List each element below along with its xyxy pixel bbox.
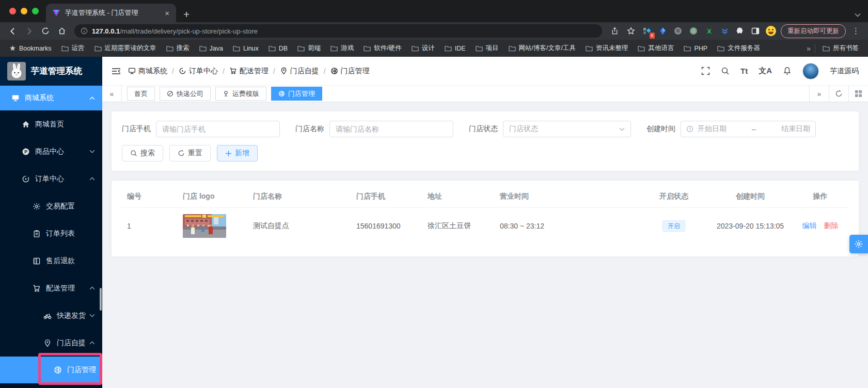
site-info-icon[interactable] — [81, 27, 88, 35]
bookmarks-overflow-chevron[interactable]: » — [807, 44, 811, 53]
breadcrumb-item-store-pickup[interactable]: 门店自提 — [280, 67, 319, 76]
search-icon[interactable] — [721, 67, 730, 75]
bookmark-folder[interactable]: Java — [196, 43, 226, 54]
app-logo-row[interactable]: 芋道管理系统 — [0, 57, 102, 86]
tag-home[interactable]: 首页 — [127, 87, 155, 101]
bookmark-folder[interactable]: 文件服务器 — [714, 42, 763, 54]
store-status-select[interactable]: 门店状态 — [503, 121, 631, 137]
fullscreen-icon[interactable] — [701, 67, 710, 75]
search-button[interactable]: 搜索 — [122, 145, 163, 161]
extension-green-star-icon[interactable] — [702, 24, 716, 38]
back-icon[interactable] — [5, 24, 20, 38]
chevron-up-icon — [89, 286, 95, 290]
col-id: 编号 — [121, 185, 177, 208]
breadcrumb-item-order-center[interactable]: 订单中心 — [179, 67, 218, 76]
add-button[interactable]: 新增 — [217, 145, 258, 161]
profile-avatar-emoji[interactable] — [764, 24, 778, 38]
sidebar-item-order-center[interactable]: 订单中心 — [0, 165, 102, 192]
bookmark-folder[interactable]: 搜索 — [163, 42, 193, 54]
tags-scroll-right-button[interactable]: » — [809, 86, 829, 102]
side-panel-icon[interactable] — [749, 24, 762, 38]
sidebar-item-mall-system[interactable]: 商城系统 — [0, 86, 102, 110]
window-controls[interactable] — [0, 0, 46, 22]
app-logo-rabbit — [7, 62, 26, 80]
browser-update-button[interactable]: 重新启动即可更新 — [781, 24, 846, 38]
sidebar-collapse-icon[interactable] — [112, 67, 121, 75]
sidebar-item-product-center[interactable]: P 商品中心 — [0, 138, 102, 165]
store-name-input[interactable] — [329, 121, 453, 137]
tab-search-chevron-icon[interactable] — [855, 13, 861, 17]
window-close-button[interactable] — [9, 8, 16, 14]
share-icon[interactable] — [607, 24, 622, 38]
forward-icon[interactable] — [22, 24, 36, 38]
col-address: 地址 — [421, 185, 494, 208]
translate-icon[interactable]: 文A — [759, 66, 772, 76]
theme-settings-button[interactable] — [849, 235, 868, 253]
bookmark-folder[interactable]: 软件/硬件 — [360, 42, 404, 54]
tags-layout-grid-icon[interactable] — [848, 86, 868, 102]
tab-close-icon[interactable]: × — [163, 9, 171, 18]
bookmark-folder[interactable]: 近期需要读的文章 — [91, 42, 160, 54]
font-size-icon[interactable]: Tt — [740, 67, 748, 75]
sidebar-item-after-sale-refund[interactable]: 售后退款 — [0, 247, 102, 274]
store-phone-input[interactable] — [156, 121, 280, 137]
svg-text:⌘: ⌘ — [676, 28, 681, 34]
notification-bell-icon[interactable] — [783, 67, 792, 75]
bookmark-star-icon[interactable] — [624, 24, 638, 38]
tags-scroll-left-button[interactable]: « — [102, 86, 122, 102]
tag-express-company[interactable]: 快递公司 — [160, 87, 211, 101]
bookmark-folder[interactable]: 设计 — [408, 42, 438, 54]
start-date-placeholder[interactable]: 开始日期 — [698, 124, 727, 134]
extension-double-chevron-icon[interactable] — [718, 24, 731, 38]
bookmark-folder[interactable]: 游戏 — [327, 42, 357, 54]
sidebar-item-trade-config[interactable]: 交易配置 — [0, 192, 102, 220]
all-bookmarks-button[interactable]: 所有书签 — [819, 42, 862, 54]
new-tab-button[interactable]: + — [183, 9, 190, 20]
breadcrumb-item-mall-system[interactable]: 商城系统 — [128, 67, 167, 76]
url-bar[interactable]: 127.0.0.1/mall/trade/delivery/pick-up-st… — [74, 24, 602, 38]
tags-refresh-icon[interactable] — [829, 86, 848, 102]
window-minimize-button[interactable] — [21, 8, 27, 14]
delete-link[interactable]: 删除 — [824, 221, 839, 230]
sidebar-item-store-pickup[interactable]: 门店自提 — [0, 329, 102, 357]
bookmark-folder[interactable]: 其他语言 — [635, 42, 677, 54]
sidebar-item-order-list[interactable]: 订单列表 — [0, 220, 102, 247]
tag-store-management[interactable]: 门店管理 — [271, 87, 322, 101]
extension-blocks-icon[interactable]: 6 — [640, 24, 654, 38]
bookmark-folder[interactable]: 前端 — [294, 42, 324, 54]
cell-id: 1 — [121, 208, 177, 245]
sidebar-item-store-management[interactable]: 门店管理 — [0, 357, 102, 383]
reset-button[interactable]: 重置 — [169, 145, 211, 161]
extension-green-dot-icon[interactable] — [687, 24, 700, 38]
bookmark-folder[interactable]: PHP — [681, 43, 711, 54]
bookmarks-root[interactable]: Bookmarks — [6, 43, 55, 54]
sidebar-item-express-shipping[interactable]: 快递发货 — [0, 302, 102, 329]
col-name: 门店名称 — [247, 185, 350, 208]
breadcrumb-item-store-management[interactable]: 门店管理 — [330, 67, 370, 76]
created-time-range-picker[interactable]: 开始日期 – 结束日期 — [681, 121, 816, 137]
bookmark-folder[interactable]: Linux — [230, 43, 262, 54]
breadcrumb-item-delivery-management[interactable]: 配送管理 — [229, 67, 269, 76]
bookmark-folder[interactable]: DB — [265, 43, 291, 54]
tag-freight-template[interactable]: 运费模版 — [215, 87, 266, 101]
extension-kite-icon[interactable] — [656, 24, 669, 38]
bookmark-folder[interactable]: IDE — [441, 43, 469, 54]
reload-icon[interactable] — [38, 24, 53, 38]
username[interactable]: 芋道源码 — [830, 67, 859, 76]
window-zoom-button[interactable] — [32, 8, 39, 14]
user-avatar[interactable] — [802, 63, 819, 79]
sidebar-item-delivery-management[interactable]: 配送管理 — [0, 274, 102, 302]
home-icon[interactable] — [55, 24, 69, 38]
edit-link[interactable]: 编辑 — [802, 221, 817, 230]
bookmark-folder[interactable]: 项目 — [472, 42, 502, 54]
bookmark-folder[interactable]: 运营 — [58, 42, 88, 54]
browser-tab[interactable]: 芋道管理系统 - 门店管理 × — [46, 4, 176, 22]
sidebar-item-mall-home[interactable]: 商城首页 — [0, 110, 102, 138]
bookmark-folder[interactable]: 网站/博客/文章/工具 — [506, 42, 579, 54]
browser-menu-icon[interactable]: ⋮ — [849, 26, 863, 36]
extension-command-icon[interactable]: ⌘ — [671, 24, 685, 38]
sidebar-scrollbar[interactable] — [100, 288, 102, 311]
extensions-puzzle-icon[interactable] — [733, 24, 747, 38]
bookmark-folder[interactable]: 资讯未整理 — [582, 42, 632, 54]
end-date-placeholder[interactable]: 结束日期 — [781, 124, 810, 134]
